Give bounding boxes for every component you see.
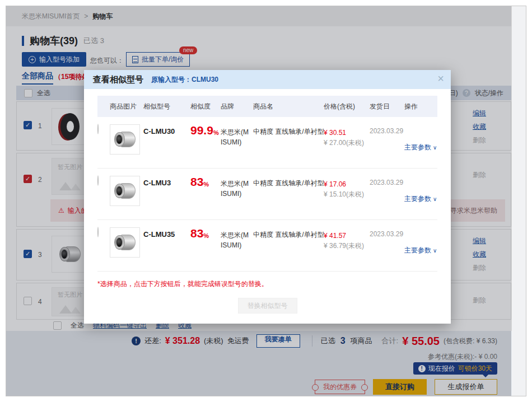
similar-model-row: C-LMU3 83% 米思米(MISUMI) 中精度 直线轴承/单衬型 ¥ 17… [97, 169, 437, 220]
close-icon[interactable]: × [437, 72, 444, 85]
product-image [110, 176, 140, 206]
ship-date: 2023.03.29 [370, 176, 404, 219]
main-params-link[interactable]: 主要参数∨ [404, 227, 437, 271]
price-untaxed: ¥ 27.00(未税) [324, 139, 364, 147]
main-params-label: 主要参数 [404, 194, 431, 204]
main-params-label: 主要参数 [404, 246, 431, 255]
similarity-value: 83 [190, 227, 203, 239]
col-brand: 品牌 [221, 102, 253, 111]
model-code: C-LMU35 [143, 227, 190, 271]
percent-sign: % [203, 181, 209, 188]
price-untaxed: ¥ 15.10(未税) [324, 190, 364, 198]
model-code: C-LMU3 [143, 176, 190, 219]
similar-models-modal: 查看相似型号 原输入型号：CLMU30 × 商品图片 相似型号 相似度 品牌 商… [84, 70, 451, 324]
modal-header: 查看相似型号 原输入型号：CLMU30 × [84, 70, 451, 89]
col-price: 价格(含税) [324, 102, 370, 111]
ship-date: 2023.03.29 [370, 227, 404, 271]
bearing-product-art [114, 132, 136, 147]
col-similarity: 相似度 [190, 102, 221, 111]
misumi-cart-page: 米思米MISUMI首页 > 购物车 购物车(39) 已选 3 + 输入型号添加 … [0, 0, 532, 402]
product-image [110, 227, 140, 258]
row-radio[interactable] [97, 175, 99, 186]
col-similar-model: 相似型号 [143, 102, 190, 111]
modal-original-model: 原输入型号：CLMU30 [151, 75, 218, 85]
replace-similar-model-button[interactable]: 替换相似型号 [238, 298, 297, 314]
price-taxed: ¥ 41.57 [324, 232, 346, 240]
chevron-down-icon: ∨ [433, 144, 437, 151]
ship-date: 2023.03.29 [370, 124, 404, 168]
col-ship-date: 发货日 [370, 102, 404, 111]
chevron-down-icon: ∨ [433, 247, 437, 254]
chevron-down-icon: ∨ [433, 196, 437, 202]
percent-sign: % [203, 232, 209, 239]
price-taxed: ¥ 30.51 [324, 129, 346, 137]
modal-body: 商品图片 相似型号 相似度 品牌 商品名 价格(含税) 发货日 操作 C-LMU… [84, 89, 451, 314]
similar-model-row: C-LMU35 83% 米思米(MISUMI) 中精度 直线轴承/单衬型 ¥ 4… [97, 220, 437, 272]
bearing-product-art [114, 235, 136, 250]
col-product-name: 商品名 [253, 102, 324, 111]
product-name: 中精度 直线轴承/单衬型 [253, 124, 324, 168]
price-untaxed: ¥ 36.79(未税) [324, 242, 364, 250]
similar-model-row: C-LMU30 99.9% 米思米(MISUMI) 中精度 直线轴承/单衬型 ¥… [97, 117, 437, 169]
brand: 米思米(MISUMI) [221, 227, 253, 271]
price-taxed: ¥ 17.06 [324, 180, 346, 188]
brand: 米思米(MISUMI) [221, 176, 253, 219]
modal-title: 查看相似型号 [93, 74, 143, 85]
brand: 米思米(MISUMI) [221, 124, 253, 168]
main-params-link[interactable]: 主要参数∨ [404, 176, 437, 219]
product-image [110, 124, 140, 155]
row-radio[interactable] [97, 227, 99, 237]
col-actions: 操作 [404, 102, 437, 111]
product-name: 中精度 直线轴承/单衬型 [253, 176, 324, 219]
percent-sign: % [213, 129, 219, 136]
similarity-value: 99.9 [190, 124, 213, 136]
modal-note: *选择商品，点击下方按钮后，就能完成错误型号的替换。 [97, 279, 437, 289]
bearing-product-art [114, 183, 136, 199]
row-radio[interactable] [97, 124, 99, 134]
main-params-label: 主要参数 [404, 143, 431, 152]
similarity-value: 83 [190, 176, 203, 188]
product-name: 中精度 直线轴承/单衬型 [253, 227, 324, 271]
col-product-image: 商品图片 [110, 102, 143, 111]
modal-table-header: 商品图片 相似型号 相似度 品牌 商品名 价格(含税) 发货日 操作 [97, 96, 437, 117]
main-params-link[interactable]: 主要参数∨ [404, 124, 437, 168]
model-code: C-LMU30 [143, 124, 190, 168]
